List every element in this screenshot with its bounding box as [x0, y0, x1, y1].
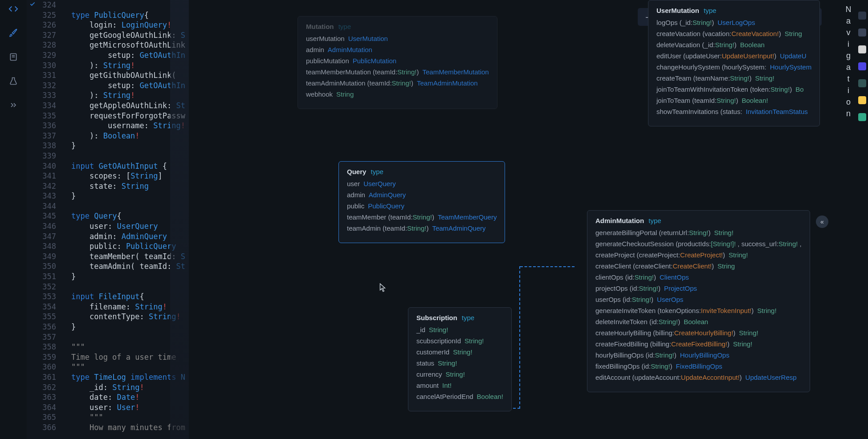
- field-row[interactable]: editAccount (updateAccount:UpdateAccontI…: [595, 374, 802, 381]
- field-row[interactable]: changeHourlySystem (hourlySystem:HourlyS…: [656, 63, 811, 71]
- field-row[interactable]: deleteVacation (_id:String!)Boolean: [656, 41, 811, 49]
- collapse-chevron-icon[interactable]: «: [816, 215, 828, 228]
- code-icon[interactable]: [8, 4, 19, 14]
- field-row[interactable]: teamAdminMutation (teamId:String!)TeamAd…: [306, 79, 489, 87]
- field-row[interactable]: teamMember (teamId:String!)TeamMemberQue…: [347, 213, 497, 221]
- field-row[interactable]: joinToTeamWithInvitationToken (token:Str…: [656, 85, 811, 93]
- more-icon[interactable]: [8, 100, 19, 110]
- schema-canvas[interactable]: − 100% ＋ edit mode scalars Mutation type…: [189, 0, 840, 439]
- app-icon[interactable]: [858, 28, 866, 37]
- schema-node-adminmutation[interactable]: AdminMutation typegenerateBillingPortal …: [587, 210, 810, 392]
- field-row[interactable]: publicMutationPublicMutation: [306, 57, 489, 65]
- field-row[interactable]: webhookString: [306, 90, 489, 98]
- field-row[interactable]: createHourlyBilling (billing:CreateHourl…: [595, 329, 802, 337]
- connector-line: [513, 266, 520, 409]
- app-icon[interactable]: [858, 79, 866, 87]
- field-row[interactable]: cancelAtPeriodEndBoolean!: [416, 393, 503, 400]
- doc-icon[interactable]: [8, 52, 19, 62]
- field-row[interactable]: customerIdString!: [416, 348, 503, 356]
- code-editor[interactable]: 3243253263273283293303313323333343353363…: [27, 0, 189, 439]
- node-title: Query type: [347, 168, 497, 175]
- field-row[interactable]: showTeamInvitations (status:InvitationTe…: [656, 108, 811, 115]
- node-title: AdminMutation type: [595, 217, 802, 224]
- field-row[interactable]: teamAdmin (teamId:String!)TeamAdminQuery: [347, 224, 497, 232]
- schema-node-query[interactable]: Query typeuserUserQueryadminAdminQuerypu…: [338, 161, 505, 243]
- field-row[interactable]: generateInviteToken (tokenOptions:Invite…: [595, 307, 802, 314]
- field-row[interactable]: currencyString!: [416, 370, 503, 378]
- field-row[interactable]: joinToTeam (teamId:String!)Boolean!: [656, 97, 811, 104]
- field-row[interactable]: clientOps (id:String!)ClientOps: [595, 273, 802, 281]
- field-row[interactable]: createProject (createProject:CreateProje…: [595, 251, 802, 259]
- field-row[interactable]: userOps (id:String!)UserOps: [595, 296, 802, 303]
- connector-line: [520, 266, 575, 315]
- field-row[interactable]: createFixedBilling (billing:CreateFixedB…: [595, 340, 802, 348]
- field-row[interactable]: scubscriptionIdString!: [416, 337, 503, 345]
- field-row[interactable]: publicPublicQuery: [347, 202, 497, 210]
- code-content: type PublicQuery{ login: LoginQuery! get…: [71, 0, 185, 433]
- field-row[interactable]: _idString!: [416, 326, 503, 333]
- minimap[interactable]: [170, 0, 189, 439]
- app-icon[interactable]: [858, 45, 866, 53]
- field-row[interactable]: statusString!: [416, 359, 503, 367]
- field-row[interactable]: deleteInviteToken (id:String!)Boolean: [595, 318, 802, 325]
- field-row[interactable]: generateBillingPortal (returnUrl:String!…: [595, 229, 802, 236]
- app-icon-strip: [856, 0, 868, 439]
- field-row[interactable]: adminAdminMutation: [306, 46, 489, 53]
- field-row[interactable]: amountInt!: [416, 382, 503, 389]
- cursor-icon: [379, 283, 386, 292]
- field-row[interactable]: fixedBillingOps (id:String!)FixedBilling…: [595, 362, 802, 370]
- field-row[interactable]: adminAdminQuery: [347, 191, 497, 199]
- field-row[interactable]: createTeam (teamName:String!)String!: [656, 74, 811, 82]
- schema-node-mutation[interactable]: Mutation typeuserMutationUserMutationadm…: [297, 16, 497, 109]
- schema-node-subscription[interactable]: Subscription type_idString!scubscription…: [408, 307, 512, 411]
- field-row[interactable]: userMutationUserMutation: [306, 35, 489, 42]
- field-row[interactable]: createVacation (vacation:CreateVacation!…: [656, 30, 811, 37]
- check-icon: [29, 1, 36, 7]
- rocket-icon[interactable]: [8, 28, 19, 38]
- app-icon[interactable]: [858, 12, 866, 20]
- schema-node-usermutation[interactable]: UserMutation typelogOps (_id:String!)Use…: [648, 0, 820, 126]
- left-rail: [0, 0, 27, 439]
- app-icon[interactable]: [858, 96, 866, 104]
- app-icon[interactable]: [858, 62, 866, 70]
- field-row[interactable]: teamMemberMutation (teamId:String!)TeamM…: [306, 68, 489, 76]
- field-row[interactable]: createClient (createClient:CreateClient!…: [595, 262, 802, 270]
- line-gutter: 3243253263273283293303313323333343353363…: [27, 0, 61, 433]
- app-icon[interactable]: [858, 113, 866, 121]
- node-title: Subscription type: [416, 314, 503, 321]
- navigation-label[interactable]: Navigation: [842, 4, 856, 119]
- field-row[interactable]: logOps (_id:String!)UserLogOps: [656, 19, 811, 26]
- field-row[interactable]: generateCheckoutSession (productIds:[Str…: [595, 240, 802, 248]
- node-title: Mutation type: [306, 23, 489, 30]
- node-title: UserMutation type: [656, 7, 811, 14]
- field-row[interactable]: userUserQuery: [347, 180, 497, 187]
- flask-icon[interactable]: [8, 76, 19, 86]
- field-row[interactable]: projectOps (id:String!)ProjectOps: [595, 285, 802, 292]
- field-row[interactable]: hourlyBillingOps (id:String!)HourlyBilli…: [595, 351, 802, 359]
- field-row[interactable]: editUser (updateUser:UpdateUserInput!)Up…: [656, 52, 811, 60]
